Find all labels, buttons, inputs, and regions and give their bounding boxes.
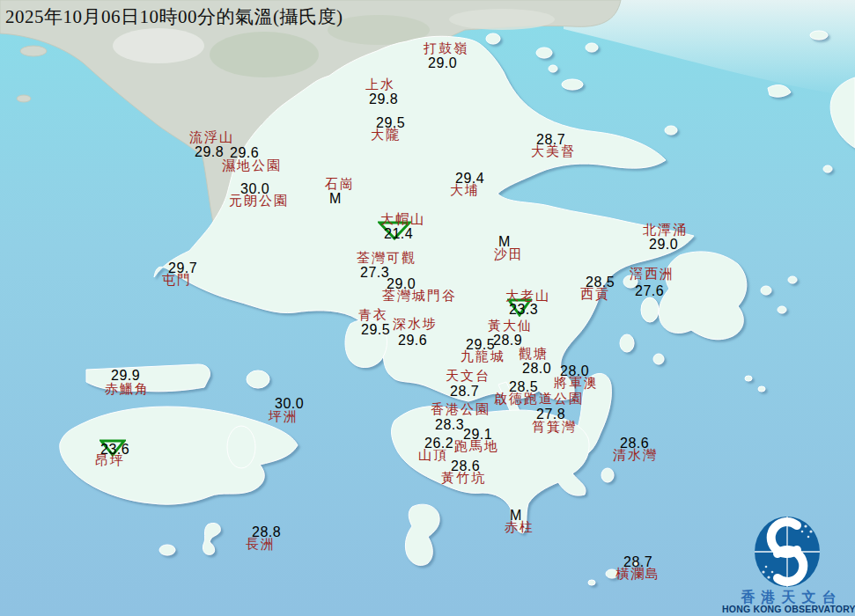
station-temperature-value: 29.7 [168,260,197,275]
station-temperature-value: 29.9 [111,368,140,383]
map-title: 2025年10月06日10時00分的氣溫(攝氏度) [5,4,343,29]
station-temperature-value: 28.0 [560,363,589,378]
station-temperature-value: 28.6 [620,436,649,451]
station-name-label: 赤鱲角 [105,382,150,397]
station-temperature-value: 29.1 [463,427,492,442]
station-temperature-value: 29.0 [649,237,678,252]
station-name-label: 深水埗 [393,317,438,332]
station-temperature-value: 21.4 [384,226,413,241]
station-name-label: 流浮山 [189,130,234,145]
station-temperature-value: 28.0 [522,361,551,376]
station-temperature-value: 29.5 [376,115,405,130]
hko-logo: 香港天文台 HONG KONG OBSERVATORY [722,513,855,616]
station-name-label: 天文台 [446,369,490,384]
station-name-label: 坪洲 [269,409,299,424]
station-temperature-value: 23.6 [100,442,129,457]
station-name-label: 青衣 [358,308,388,323]
temperature-map-screen: 打鼓嶺29.0上水29.8大隴29.5流浮山29.8濕地公園29.6大美督28.… [0,0,855,616]
station-temperature-value: 27.3 [360,265,389,280]
station-name-label: 北潭涌 [643,223,688,238]
station-temperature-value: 29.8 [369,92,398,106]
station-temperature-value: 28.5 [509,379,538,394]
station-temperature-value: 28.9 [493,333,522,348]
station-temperature-value: 29.0 [387,276,416,291]
station-temperature-value: 30.0 [240,181,269,196]
station-name-label: 香港公園 [431,402,490,417]
station-name-label: 上水 [365,77,395,92]
station-temperature-value: 30.0 [275,396,304,411]
station-temperature-value: 29.0 [428,55,457,70]
station-temperature-value: 28.7 [536,132,565,147]
station-temperature-value: 27.8 [536,407,565,422]
station-temperature-value: 28.3 [435,417,464,432]
station-temperature-value: 29.8 [195,144,224,159]
station-temperature-value: 28.8 [252,524,281,539]
station-name-label: 觀塘 [519,347,549,362]
station-name-label: 大帽山 [380,212,425,227]
station-temperature-value: 23.3 [509,302,538,317]
station-temperature-value: M [498,234,511,249]
station-temperature-value: 28.7 [450,384,479,399]
station-name-label: 滘西洲 [630,267,674,282]
station-name-label: 沙田 [494,247,524,262]
station-temperature-value: 28.5 [586,275,615,290]
station-name-label: 啟德跑道公園 [494,392,584,407]
station-temperature-value: 29.5 [361,322,390,337]
station-temperature-value: 28.7 [623,554,652,569]
station-name-label: 荃灣可觀 [357,251,416,266]
station-temperature-value: 29.4 [455,171,484,186]
station-temperature-value: 29.6 [398,333,427,348]
logo-english-text: HONG KONG OBSERVATORY [722,604,855,614]
station-name-label: 濕地公園 [222,158,282,173]
station-temperature-value: M [329,191,342,206]
station-temperature-value: 29.5 [466,337,495,352]
station-temperature-value: 29.6 [230,145,259,160]
station-name-label: 打鼓嶺 [424,41,468,56]
hko-typhoon-symbol-icon [750,513,826,592]
station-name-label: 黃大仙 [488,319,533,334]
station-temperature-value: 28.6 [451,458,480,473]
station-temperature-value: 26.2 [424,436,453,451]
station-name-label: 筲箕灣 [532,420,577,435]
station-temperature-value: 27.6 [635,283,664,298]
station-temperature-value: M [510,508,522,523]
station-name-label: 石崗 [325,177,355,192]
